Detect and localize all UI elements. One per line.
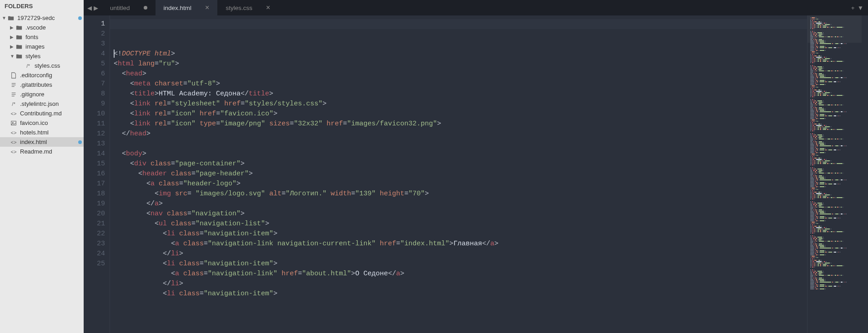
line-number: 7 — [84, 79, 105, 89]
line-number: 23 — [84, 239, 105, 249]
file-item[interactable]: .gitattributes — [0, 80, 84, 89]
main-pane: ◀ ▶ untitledindex.html×styles.css× + ▼ 1… — [84, 0, 868, 333]
line-number: 11 — [84, 119, 105, 129]
code-line — [114, 139, 807, 149]
svg-point-7 — [12, 122, 13, 123]
tab-label: untitled — [110, 5, 130, 11]
file-item[interactable]: <>Contributing.md — [0, 109, 84, 118]
code-area[interactable]: <!DOCTYPE html><html lang="ru"> <head> <… — [110, 15, 807, 333]
line-number: 18 — [84, 189, 105, 199]
file-item[interactable]: favicon.ico — [0, 118, 84, 128]
code-line: <link rel="icon" href="favicon.ico"> — [114, 109, 807, 119]
code-line: <li class="navigation-item"> — [114, 289, 807, 299]
folder-item[interactable]: ▶fonts — [0, 32, 84, 42]
code-line: </li> — [114, 279, 807, 289]
chevron-right-icon[interactable]: ▶ — [10, 35, 15, 40]
chevron-right-icon[interactable]: ▶ — [10, 25, 15, 30]
image-icon — [10, 120, 17, 126]
code-line: <ul class="navigation-list"> — [114, 219, 807, 229]
line-number: 25 — [84, 259, 105, 269]
tree-item-label: Readme.md — [20, 148, 82, 155]
tree-item-label: .vscode — [25, 24, 82, 31]
file-item[interactable]: <>index.html — [0, 137, 84, 147]
line-number: 4 — [84, 49, 105, 59]
tree-item-label: styles — [25, 53, 82, 60]
code-line: <a class="header-logo"> — [114, 179, 807, 189]
code-line: <body> — [114, 149, 807, 159]
code-icon: <> — [10, 130, 17, 135]
minimap-lines — [808, 15, 862, 292]
chevron-down-icon[interactable]: ▼ — [10, 54, 15, 59]
editor[interactable]: 1234567891011121314151617181920212223242… — [84, 15, 868, 333]
sidebar: FOLDERS ▼1972729-sedc▶.vscode▶fonts▶imag… — [0, 0, 84, 333]
file-item[interactable]: <>hotels.html — [0, 128, 84, 137]
tree-item-label: .gitattributes — [20, 81, 82, 88]
tree-item-label: images — [25, 43, 82, 50]
close-icon[interactable]: × — [266, 4, 270, 11]
vertical-scrollbar[interactable] — [862, 15, 868, 333]
folder-icon — [15, 25, 23, 31]
line-number: 6 — [84, 69, 105, 79]
folder-icon — [15, 53, 23, 60]
line-number: 8 — [84, 89, 105, 99]
lines-icon — [10, 91, 17, 98]
chevron-right-icon[interactable]: ▶ — [10, 44, 15, 49]
tab[interactable]: styles.css× — [217, 0, 278, 15]
dirty-indicator-icon — [144, 6, 147, 10]
code-line: <a class="navigation-link navigation-cur… — [114, 239, 807, 249]
tab-bar: ◀ ▶ untitledindex.html×styles.css× + ▼ — [84, 0, 868, 15]
folder-item[interactable]: ▶.vscode — [0, 23, 84, 32]
code-line: </li> — [114, 249, 807, 259]
line-number: 10 — [84, 109, 105, 119]
line-number: 24 — [84, 249, 105, 259]
tab-label: index.html — [164, 5, 192, 11]
tree-item-label: .editorconfig — [20, 72, 82, 79]
tab[interactable]: untitled — [102, 0, 156, 15]
folder-item[interactable]: ▼1972729-sedc — [0, 13, 84, 23]
tree-item-label: 1972729-sedc — [17, 15, 76, 21]
tree-item-label: hotels.html — [20, 129, 82, 136]
code-line: <html lang="ru"> — [114, 59, 807, 69]
file-item[interactable]: .gitignore — [0, 89, 84, 99]
tab-dropdown-icon[interactable]: ▼ — [858, 5, 863, 11]
folder-item[interactable]: ▶images — [0, 42, 84, 51]
file-icon — [10, 72, 17, 79]
tree-item-label: Contributing.md — [20, 110, 82, 117]
minimap-viewport[interactable] — [808, 15, 862, 43]
line-number: 21 — [84, 219, 105, 229]
active-line-highlight — [110, 19, 807, 29]
line-number: 22 — [84, 229, 105, 239]
folder-item[interactable]: ▼styles — [0, 51, 84, 61]
file-item[interactable]: /*styles.css — [0, 61, 84, 70]
tab[interactable]: index.html× — [156, 0, 218, 15]
lines-icon — [10, 82, 17, 88]
code-line: <a class="navigation-link" href="about.h… — [114, 269, 807, 279]
tab-label: styles.css — [226, 5, 252, 11]
code-icon: <> — [10, 139, 17, 145]
line-number: 17 — [84, 179, 105, 189]
line-number: 12 — [84, 129, 105, 139]
line-number: 9 — [84, 99, 105, 109]
new-tab-icon[interactable]: + — [851, 5, 855, 11]
file-item[interactable]: /*.stylelintrc.json — [0, 99, 84, 109]
line-number: 20 — [84, 209, 105, 219]
nav-forward-icon[interactable]: ▶ — [94, 5, 98, 11]
minimap[interactable] — [807, 15, 862, 333]
nav-back-icon[interactable]: ◀ — [87, 5, 92, 11]
line-number: 3 — [84, 39, 105, 49]
file-item[interactable]: .editorconfig — [0, 70, 84, 80]
line-number: 14 — [84, 149, 105, 159]
file-item[interactable]: <>Readme.md — [0, 147, 84, 156]
app-root: FOLDERS ▼1972729-sedc▶.vscode▶fonts▶imag… — [0, 0, 868, 333]
chevron-down-icon[interactable]: ▼ — [2, 15, 6, 20]
code-line: <header class="page-header"> — [114, 169, 807, 179]
folder-icon — [15, 44, 23, 50]
code-line: <li class="navigation-item"> — [114, 259, 807, 269]
tab-history-nav: ◀ ▶ — [84, 0, 102, 15]
tree-item-label: .stylelintrc.json — [20, 100, 82, 107]
code-line: <div class="page-container"> — [114, 159, 807, 169]
close-icon[interactable]: × — [205, 4, 209, 11]
tree-item-label: favicon.ico — [20, 119, 82, 126]
code-line: </head> — [114, 129, 807, 139]
tabbar-right: + ▼ — [847, 0, 868, 15]
